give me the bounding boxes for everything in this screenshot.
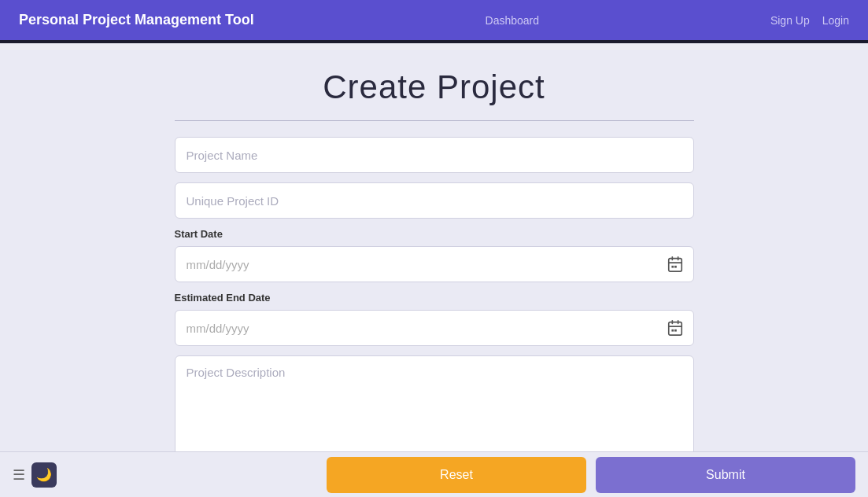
submit-button[interactable]: Submit (596, 457, 855, 493)
end-date-group: Estimated End Date (175, 292, 694, 346)
main-content: Create Project Start Date (0, 43, 868, 497)
svg-rect-4 (671, 266, 674, 268)
svg-rect-0 (668, 259, 681, 272)
divider (175, 120, 694, 121)
start-date-input[interactable] (175, 246, 694, 282)
moon-icon: 🌙 (36, 467, 52, 482)
start-date-wrapper (175, 246, 694, 282)
project-description-input[interactable] (175, 355, 694, 458)
create-project-form: Start Date Estimated End Date (175, 137, 694, 458)
project-name-input[interactable] (175, 137, 694, 173)
navbar: Personal Project Management Tool Dashboa… (0, 0, 868, 40)
project-id-input[interactable] (175, 182, 694, 219)
svg-rect-5 (674, 266, 677, 268)
bottom-icons: ☰ 🌙 (13, 462, 57, 488)
end-date-calendar-icon[interactable] (666, 318, 685, 337)
nav-dashboard[interactable]: Dashboard (486, 14, 540, 27)
start-date-calendar-icon[interactable] (666, 255, 685, 274)
svg-rect-10 (671, 329, 674, 332)
reset-button[interactable]: Reset (327, 457, 586, 493)
page-title: Create Project (323, 68, 545, 106)
navbar-brand: Personal Project Management Tool (19, 12, 254, 28)
signup-link[interactable]: Sign Up (770, 14, 810, 27)
dark-mode-button[interactable]: 🌙 (31, 462, 57, 488)
start-date-group: Start Date (175, 228, 694, 282)
navbar-links: Dashboard (486, 14, 540, 27)
bottom-bar: ☰ 🌙 Reset Submit (0, 451, 868, 497)
svg-rect-6 (668, 322, 681, 336)
svg-rect-11 (674, 329, 677, 332)
start-date-label: Start Date (175, 228, 694, 240)
end-date-input[interactable] (175, 310, 694, 346)
navbar-actions: Sign Up Login (770, 14, 849, 27)
hamburger-icon[interactable]: ☰ (13, 466, 25, 484)
login-link[interactable]: Login (822, 14, 849, 27)
end-date-wrapper (175, 310, 694, 346)
end-date-label: Estimated End Date (175, 292, 694, 304)
